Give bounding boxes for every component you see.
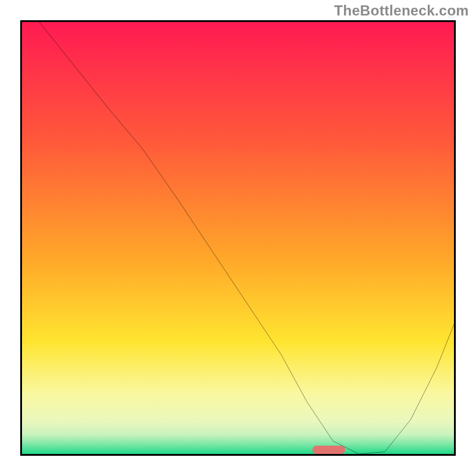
- plot-area: [20, 20, 456, 456]
- bottleneck-curve: [22, 22, 454, 454]
- optimal-range-marker: [312, 446, 345, 454]
- attribution-text: TheBottleneck.com: [334, 2, 469, 19]
- figure-container: TheBottleneck.com: [0, 0, 476, 476]
